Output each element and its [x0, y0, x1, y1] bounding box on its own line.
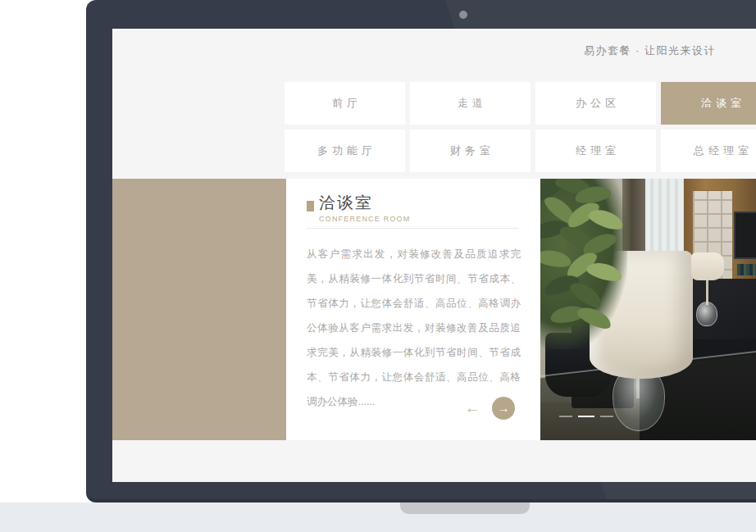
- tab-front-hall[interactable]: 前厅: [285, 82, 405, 125]
- tan-accent-block: [112, 179, 286, 440]
- room-title: 洽谈室: [319, 192, 373, 214]
- carousel-dot-3[interactable]: [600, 416, 613, 417]
- carousel-dot-1[interactable]: [559, 416, 572, 417]
- desk-surface: [0, 502, 756, 532]
- tab-corridor[interactable]: 走道: [410, 82, 531, 125]
- room-description: 从客户需求出发，对装修改善及品质追求完美，从精装修一体化到节省时间、节省成本、节…: [307, 242, 521, 414]
- photo-books: [737, 264, 756, 275]
- content-section: 洽谈室 CONFERENCE ROOM 从客户需求出发，对装修改善及品质追求完美…: [112, 179, 756, 440]
- carousel-next-arrow-button[interactable]: →: [492, 397, 515, 420]
- title-bullet-icon: [307, 201, 314, 211]
- carousel-prev-arrow-icon[interactable]: ←: [460, 398, 485, 419]
- monitor-stand: [400, 502, 530, 514]
- tab-manager-room[interactable]: 经理室: [535, 130, 656, 172]
- site-slogan: 易办套餐 · 让阳光来设计: [584, 43, 716, 58]
- tab-office-area[interactable]: 办公区: [535, 82, 656, 125]
- photo-small-lamp-base: [696, 302, 717, 326]
- title-divider: [307, 228, 518, 229]
- tab-general-manager-room[interactable]: 总经理室: [661, 130, 756, 172]
- website-screen: 易办套餐 · 让阳光来设计 前厅 走道 办公区 洽谈室 多功能厅 财务室 经理室…: [112, 29, 756, 482]
- carousel-dots[interactable]: [559, 416, 613, 417]
- room-tab-grid: 前厅 走道 办公区 洽谈室 多功能厅 财务室 经理室 总经理室: [285, 82, 756, 172]
- laptop-frame: 易办套餐 · 让阳光来设计 前厅 走道 办公区 洽谈室 多功能厅 财务室 经理室…: [86, 0, 756, 502]
- tab-multifunction-hall[interactable]: 多功能厅: [285, 130, 405, 172]
- photo-small-lampshade: [691, 252, 724, 280]
- photo-tv-screen: [734, 211, 756, 259]
- tab-finance-room[interactable]: 财务室: [410, 130, 531, 172]
- tab-meeting-room[interactable]: 洽谈室: [661, 82, 756, 125]
- room-photo: [540, 179, 756, 440]
- room-info-panel: 洽谈室 CONFERENCE ROOM 从客户需求出发，对装修改善及品质追求完美…: [286, 179, 540, 440]
- webcam-dot-icon: [459, 11, 467, 19]
- carousel-dot-2[interactable]: [578, 416, 594, 417]
- room-subtitle: CONFERENCE ROOM: [319, 215, 411, 223]
